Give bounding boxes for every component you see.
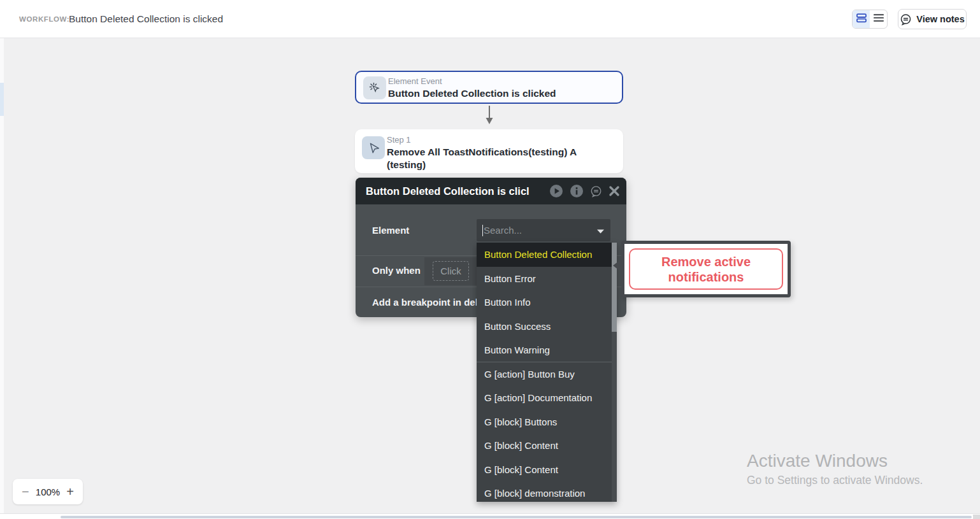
preview-button-outline: Remove active notifications	[629, 248, 783, 290]
step-node-card[interactable]: Step 1 Remove All ToastNotifications(tes…	[355, 129, 623, 173]
only-when-label: Only when	[372, 265, 421, 276]
info-icon[interactable]	[570, 184, 584, 198]
scrollbar-corner	[973, 515, 980, 519]
activate-windows-watermark: Activate Windows	[747, 451, 888, 471]
dropdown-item[interactable]: Button Error	[477, 267, 617, 291]
element-search-input[interactable]: Search...	[477, 219, 610, 241]
close-icon[interactable]	[609, 185, 620, 197]
view-notes-label: View notes	[916, 14, 964, 24]
dropdown-item[interactable]: G [action] Documentation	[477, 386, 617, 410]
dropdown-item[interactable]: Button Success	[477, 315, 617, 339]
left-panel-notch[interactable]	[0, 83, 4, 116]
dropdown-item[interactable]: Button Warning	[477, 338, 617, 362]
cards-view-toggle-button[interactable]	[853, 10, 870, 28]
event-node-card[interactable]: Element Event Button Deleted Collection …	[355, 71, 623, 104]
element-click-icon	[363, 76, 386, 99]
popup-header-icons	[549, 178, 620, 204]
horizontal-scrollbar-thumb[interactable]	[61, 516, 972, 518]
run-icon[interactable]	[549, 184, 563, 198]
workflow-label: WORKFLOW:	[19, 15, 69, 23]
dropdown-item[interactable]: Button Info	[477, 290, 617, 315]
element-preview-tooltip: Remove active notifications	[621, 241, 791, 297]
view-notes-button[interactable]: View notes	[898, 9, 967, 29]
mouse-pointer-icon	[362, 136, 385, 159]
cards-view-icon	[856, 13, 867, 25]
popup-header[interactable]: Button Deleted Collection is clicl	[356, 178, 626, 204]
view-toggle-group	[852, 10, 888, 29]
click-condition-button[interactable]: Click	[433, 261, 469, 281]
event-node-title: Button Deleted Collection is clicked	[388, 87, 611, 100]
activate-windows-subtitle: Go to Settings to activate Windows.	[747, 474, 923, 487]
zoom-out-button[interactable]: −	[22, 485, 29, 498]
dropdown-item[interactable]: G [block] Content	[477, 458, 617, 482]
zoom-level-label: 100%	[36, 487, 60, 497]
text-cursor	[482, 225, 483, 236]
dropdown-scrollbar-track[interactable]	[612, 243, 617, 502]
dropdown-item[interactable]: G [block] Buttons	[477, 410, 617, 434]
dropdown-scrollbar-thumb[interactable]	[612, 243, 617, 332]
breakpoint-label: Add a breakpoint in deb	[372, 297, 481, 308]
chevron-down-icon	[597, 225, 604, 236]
dropdown-item[interactable]: G [action] Button Buy	[477, 362, 617, 387]
search-placeholder: Search...	[484, 225, 522, 236]
flow-arrow-down-icon	[485, 106, 494, 126]
list-view-icon	[874, 13, 884, 25]
preview-button-text: Remove active notifications	[642, 254, 770, 285]
dropdown-item[interactable]: G [block] Content	[477, 434, 617, 458]
comment-icon[interactable]	[590, 185, 602, 197]
zoom-in-button[interactable]: +	[66, 485, 74, 498]
workflow-title: Button Deleted Collection is clicked	[69, 13, 223, 25]
element-field-label: Element	[372, 225, 409, 236]
zoom-control: − 100% +	[13, 479, 83, 504]
top-bar: WORKFLOW: Button Deleted Collection is c…	[0, 0, 980, 38]
dropdown-item[interactable]: Button Deleted Collection	[477, 243, 617, 267]
step-node-title: Remove All ToastNotifications(testing) A…	[387, 146, 591, 171]
element-dropdown-list: Button Deleted CollectionButton ErrorBut…	[477, 243, 617, 502]
popup-title: Button Deleted Collection is clicl	[366, 185, 530, 197]
tooltip-arrow-left-icon	[613, 259, 621, 272]
list-view-toggle-button[interactable]	[870, 10, 887, 28]
dropdown-item[interactable]: G [block] demonstration	[477, 481, 617, 502]
notes-bubble-icon	[900, 13, 912, 25]
step-node-step-label: Step 1	[387, 135, 411, 145]
event-node-type-label: Element Event	[388, 76, 442, 86]
